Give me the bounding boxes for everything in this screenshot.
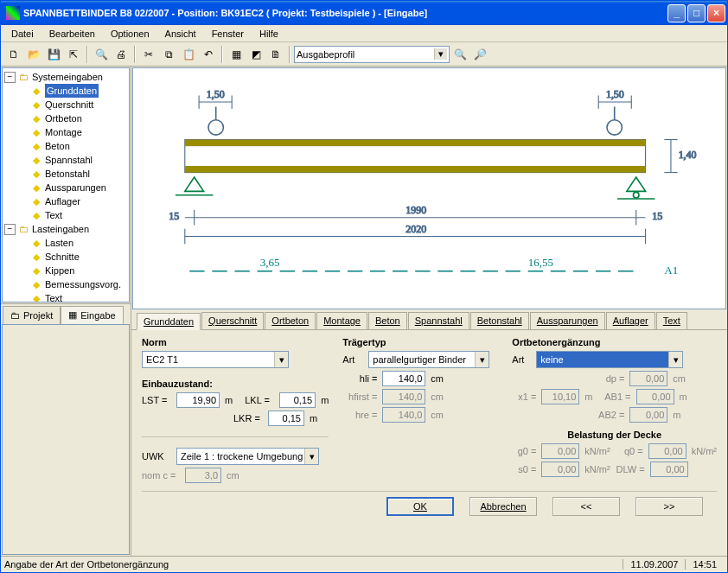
- norm-combo[interactable]: EC2 T1 ▾: [142, 351, 289, 368]
- lkl-input[interactable]: [279, 392, 316, 408]
- maximize-button[interactable]: □: [687, 4, 706, 22]
- navigation-tree[interactable]: − 🗀 Systemeingaben ◆Grunddaten ◆Querschn…: [2, 67, 130, 302]
- print-icon[interactable]: 🖨: [112, 45, 131, 64]
- prev-button[interactable]: <<: [552, 497, 620, 516]
- tree-querschnitt[interactable]: Querschnitt: [45, 98, 93, 111]
- tree-kippen[interactable]: Kippen: [45, 264, 74, 277]
- save-icon[interactable]: 💾: [44, 45, 63, 64]
- diamond-icon: ◆: [30, 112, 42, 124]
- cut-icon[interactable]: ✂: [139, 45, 158, 64]
- dlw-input: [650, 462, 688, 477]
- tree-aussparungen[interactable]: Aussparungen: [45, 181, 106, 194]
- tree-betonstahl[interactable]: Betonstahl: [45, 167, 90, 181]
- tree-text2[interactable]: Text: [45, 291, 62, 302]
- status-date: 11.09.2007: [623, 559, 685, 570]
- lbl-x1: x1 =: [512, 392, 536, 402]
- diamond-icon: ◆: [30, 195, 42, 207]
- zoom-icon[interactable]: 🔍: [450, 45, 469, 64]
- dim-span: 1990: [406, 204, 426, 216]
- art-combo[interactable]: parallelgurtiger Binder ▾: [368, 351, 489, 368]
- paste-icon[interactable]: 📋: [179, 45, 198, 64]
- export-icon[interactable]: ⇱: [64, 45, 83, 64]
- tree-beton[interactable]: Beton: [45, 139, 70, 153]
- dim-top-left: 1,50: [207, 88, 225, 100]
- svg-point-9: [208, 120, 223, 135]
- lst-input[interactable]: [176, 392, 220, 408]
- tree-lasteingaben[interactable]: Lasteingaben: [32, 222, 89, 236]
- chevron-down-icon: ▾: [475, 352, 489, 367]
- twist-icon[interactable]: −: [4, 224, 16, 235]
- diamond-icon: ◆: [30, 126, 42, 138]
- cancel-button[interactable]: Abbrechen: [469, 497, 537, 516]
- dim-left-ext: 15: [169, 210, 179, 222]
- hdr-norm: Norm: [142, 337, 329, 347]
- dim-top-right: 1,50: [606, 88, 624, 100]
- dim-total: 2020: [406, 223, 426, 235]
- lbl-lkr: LKR =: [233, 413, 263, 423]
- minimize-button[interactable]: _: [667, 4, 686, 22]
- calc-icon[interactable]: ▦: [227, 45, 246, 64]
- tab-ortbeton[interactable]: Ortbeton: [265, 312, 316, 329]
- copy-icon[interactable]: ⧉: [159, 45, 178, 64]
- menu-bearbeiten[interactable]: Bearbeiten: [42, 27, 102, 41]
- lkr-input[interactable]: [268, 411, 304, 426]
- close-button[interactable]: ×: [707, 4, 725, 22]
- doc-icon[interactable]: 🗎: [266, 45, 285, 64]
- folder-icon: 🗀: [10, 310, 20, 321]
- menu-datei[interactable]: Datei: [4, 27, 41, 41]
- tab-beton[interactable]: Beton: [368, 312, 407, 329]
- zoom2-icon[interactable]: 🔎: [470, 45, 489, 64]
- preview-icon[interactable]: 🔍: [92, 45, 111, 64]
- diamond-icon: ◆: [30, 181, 42, 194]
- tab-projekt[interactable]: 🗀Projekt: [3, 306, 61, 324]
- ok-button[interactable]: OK: [386, 497, 454, 516]
- tab-aussparungen[interactable]: Aussparungen: [530, 312, 605, 329]
- tool-icon[interactable]: ◩: [246, 45, 265, 64]
- grid-icon: ▦: [68, 309, 77, 321]
- tree-auflager[interactable]: Auflager: [45, 194, 80, 208]
- folder-icon: 🗀: [17, 223, 29, 235]
- tab-grunddaten[interactable]: Grunddaten: [137, 313, 201, 330]
- tab-betonstahl[interactable]: Betonstahl: [470, 312, 529, 329]
- g0-input: [541, 443, 579, 459]
- tab-spannstahl[interactable]: Spannstahl: [408, 312, 469, 329]
- output-profile-combo[interactable]: Ausgabeprofil ▾: [294, 46, 450, 63]
- lbl-ab2: AB2 =: [595, 410, 624, 420]
- next-button[interactable]: >>: [635, 497, 703, 516]
- open-icon[interactable]: 📂: [24, 45, 43, 64]
- tree-ortbeton[interactable]: Ortbeton: [45, 111, 82, 125]
- tab-eingabe[interactable]: ▦Eingabe: [61, 306, 123, 324]
- tree-systemeingaben[interactable]: Systemeingaben: [32, 70, 103, 84]
- chevron-down-icon: ▾: [434, 48, 447, 60]
- hli-input[interactable]: [382, 371, 425, 386]
- diamond-icon: ◆: [30, 237, 42, 249]
- tab-auflager[interactable]: Auflager: [606, 312, 655, 329]
- tab-text[interactable]: Text: [656, 312, 687, 329]
- tab-querschnitt[interactable]: Querschnitt: [201, 312, 264, 329]
- form-grunddaten: Norm EC2 T1 ▾ Einbauzustand: LST = m LKL…: [131, 330, 727, 556]
- tab-montage[interactable]: Montage: [316, 312, 367, 329]
- uwk-combo[interactable]: Zeile 1 : trockene Umgebung ▾: [176, 448, 319, 465]
- menu-fenster[interactable]: Fenster: [205, 27, 251, 41]
- ortbeton-art-combo[interactable]: keine ▾: [536, 351, 683, 368]
- new-icon[interactable]: 🗋: [4, 45, 23, 64]
- folder-icon: 🗀: [17, 71, 29, 83]
- hdr-einbau: Einbauzustand:: [142, 379, 329, 389]
- diamond-icon: ◆: [30, 168, 42, 180]
- twist-icon[interactable]: −: [4, 72, 16, 83]
- tree-grunddaten[interactable]: Grunddaten: [45, 84, 99, 98]
- x1-input: [541, 389, 579, 404]
- tree-spannstahl[interactable]: Spannstahl: [45, 153, 93, 167]
- tree-bemessung[interactable]: Bemessungsvorg.: [45, 277, 121, 291]
- hdr-belastung: Belastung der Decke: [512, 430, 717, 440]
- menu-ansicht[interactable]: Ansicht: [158, 27, 203, 41]
- diamond-icon: ◆: [30, 278, 42, 290]
- tree-schnitte[interactable]: Schnitte: [45, 250, 80, 264]
- tree-montage[interactable]: Montage: [45, 125, 82, 139]
- menu-optionen[interactable]: Optionen: [104, 27, 156, 41]
- tree-text[interactable]: Text: [45, 208, 62, 222]
- tree-lasten[interactable]: Lasten: [45, 236, 73, 250]
- menu-hilfe[interactable]: Hilfe: [252, 27, 285, 41]
- undo-icon[interactable]: ↶: [199, 45, 218, 64]
- dim-height: 1,40: [679, 149, 697, 161]
